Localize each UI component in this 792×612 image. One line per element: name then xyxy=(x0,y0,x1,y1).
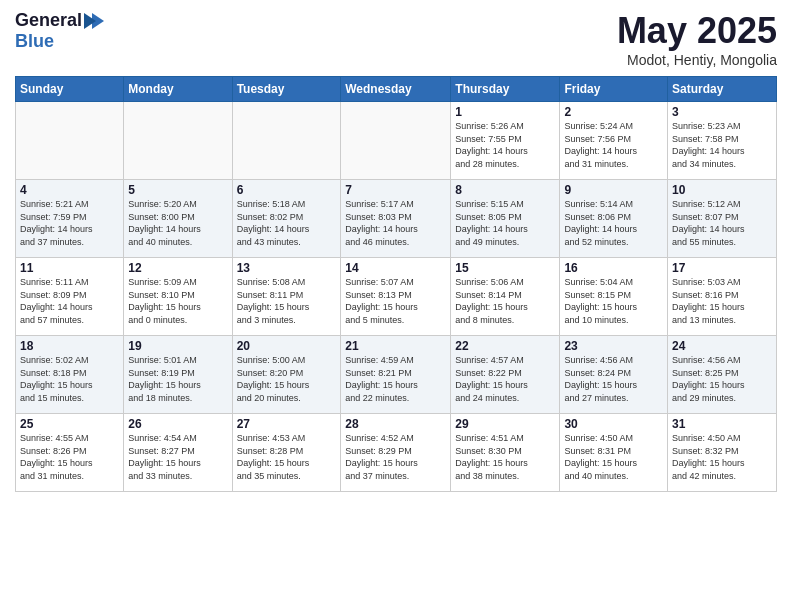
calendar-week-1: 1Sunrise: 5:26 AM Sunset: 7:55 PM Daylig… xyxy=(16,102,777,180)
day-info: Sunrise: 5:01 AM Sunset: 8:19 PM Dayligh… xyxy=(128,354,227,404)
day-info: Sunrise: 5:24 AM Sunset: 7:56 PM Dayligh… xyxy=(564,120,663,170)
day-number: 6 xyxy=(237,183,337,197)
table-cell: 16Sunrise: 5:04 AM Sunset: 8:15 PM Dayli… xyxy=(560,258,668,336)
table-cell: 12Sunrise: 5:09 AM Sunset: 8:10 PM Dayli… xyxy=(124,258,232,336)
table-cell: 2Sunrise: 5:24 AM Sunset: 7:56 PM Daylig… xyxy=(560,102,668,180)
day-info: Sunrise: 5:09 AM Sunset: 8:10 PM Dayligh… xyxy=(128,276,227,326)
day-info: Sunrise: 5:04 AM Sunset: 8:15 PM Dayligh… xyxy=(564,276,663,326)
location-subtitle: Modot, Hentiy, Mongolia xyxy=(617,52,777,68)
table-cell: 14Sunrise: 5:07 AM Sunset: 8:13 PM Dayli… xyxy=(341,258,451,336)
day-info: Sunrise: 4:54 AM Sunset: 8:27 PM Dayligh… xyxy=(128,432,227,482)
day-info: Sunrise: 5:15 AM Sunset: 8:05 PM Dayligh… xyxy=(455,198,555,248)
day-number: 7 xyxy=(345,183,446,197)
logo-text: General xyxy=(15,10,104,31)
month-year-title: May 2025 xyxy=(617,10,777,52)
day-number: 23 xyxy=(564,339,663,353)
day-info: Sunrise: 5:08 AM Sunset: 8:11 PM Dayligh… xyxy=(237,276,337,326)
table-cell: 26Sunrise: 4:54 AM Sunset: 8:27 PM Dayli… xyxy=(124,414,232,492)
table-cell: 1Sunrise: 5:26 AM Sunset: 7:55 PM Daylig… xyxy=(451,102,560,180)
day-info: Sunrise: 4:51 AM Sunset: 8:30 PM Dayligh… xyxy=(455,432,555,482)
day-info: Sunrise: 5:11 AM Sunset: 8:09 PM Dayligh… xyxy=(20,276,119,326)
table-cell: 20Sunrise: 5:00 AM Sunset: 8:20 PM Dayli… xyxy=(232,336,341,414)
logo-general: General xyxy=(15,10,82,31)
table-cell: 29Sunrise: 4:51 AM Sunset: 8:30 PM Dayli… xyxy=(451,414,560,492)
table-cell: 7Sunrise: 5:17 AM Sunset: 8:03 PM Daylig… xyxy=(341,180,451,258)
logo-icon xyxy=(84,13,104,29)
day-number: 2 xyxy=(564,105,663,119)
day-number: 31 xyxy=(672,417,772,431)
day-number: 9 xyxy=(564,183,663,197)
table-cell: 19Sunrise: 5:01 AM Sunset: 8:19 PM Dayli… xyxy=(124,336,232,414)
day-info: Sunrise: 5:14 AM Sunset: 8:06 PM Dayligh… xyxy=(564,198,663,248)
day-info: Sunrise: 4:50 AM Sunset: 8:32 PM Dayligh… xyxy=(672,432,772,482)
table-cell: 15Sunrise: 5:06 AM Sunset: 8:14 PM Dayli… xyxy=(451,258,560,336)
calendar-week-4: 18Sunrise: 5:02 AM Sunset: 8:18 PM Dayli… xyxy=(16,336,777,414)
day-number: 4 xyxy=(20,183,119,197)
day-number: 11 xyxy=(20,261,119,275)
table-cell: 21Sunrise: 4:59 AM Sunset: 8:21 PM Dayli… xyxy=(341,336,451,414)
day-info: Sunrise: 5:12 AM Sunset: 8:07 PM Dayligh… xyxy=(672,198,772,248)
day-info: Sunrise: 5:26 AM Sunset: 7:55 PM Dayligh… xyxy=(455,120,555,170)
day-info: Sunrise: 5:17 AM Sunset: 8:03 PM Dayligh… xyxy=(345,198,446,248)
table-cell: 9Sunrise: 5:14 AM Sunset: 8:06 PM Daylig… xyxy=(560,180,668,258)
day-number: 30 xyxy=(564,417,663,431)
col-thursday: Thursday xyxy=(451,77,560,102)
day-info: Sunrise: 4:52 AM Sunset: 8:29 PM Dayligh… xyxy=(345,432,446,482)
table-cell xyxy=(124,102,232,180)
day-number: 10 xyxy=(672,183,772,197)
table-cell xyxy=(232,102,341,180)
page-container: General Blue May 2025 Modot, Hentiy, Mon… xyxy=(0,0,792,502)
day-number: 5 xyxy=(128,183,227,197)
day-info: Sunrise: 5:00 AM Sunset: 8:20 PM Dayligh… xyxy=(237,354,337,404)
col-tuesday: Tuesday xyxy=(232,77,341,102)
table-cell: 28Sunrise: 4:52 AM Sunset: 8:29 PM Dayli… xyxy=(341,414,451,492)
day-number: 17 xyxy=(672,261,772,275)
day-number: 26 xyxy=(128,417,227,431)
calendar-table: Sunday Monday Tuesday Wednesday Thursday… xyxy=(15,76,777,492)
table-cell: 11Sunrise: 5:11 AM Sunset: 8:09 PM Dayli… xyxy=(16,258,124,336)
table-cell: 3Sunrise: 5:23 AM Sunset: 7:58 PM Daylig… xyxy=(668,102,777,180)
table-cell: 23Sunrise: 4:56 AM Sunset: 8:24 PM Dayli… xyxy=(560,336,668,414)
calendar-week-2: 4Sunrise: 5:21 AM Sunset: 7:59 PM Daylig… xyxy=(16,180,777,258)
table-cell: 6Sunrise: 5:18 AM Sunset: 8:02 PM Daylig… xyxy=(232,180,341,258)
day-number: 25 xyxy=(20,417,119,431)
day-info: Sunrise: 4:55 AM Sunset: 8:26 PM Dayligh… xyxy=(20,432,119,482)
day-info: Sunrise: 4:56 AM Sunset: 8:24 PM Dayligh… xyxy=(564,354,663,404)
day-info: Sunrise: 4:53 AM Sunset: 8:28 PM Dayligh… xyxy=(237,432,337,482)
day-number: 18 xyxy=(20,339,119,353)
day-number: 1 xyxy=(455,105,555,119)
col-friday: Friday xyxy=(560,77,668,102)
day-info: Sunrise: 5:21 AM Sunset: 7:59 PM Dayligh… xyxy=(20,198,119,248)
calendar-week-3: 11Sunrise: 5:11 AM Sunset: 8:09 PM Dayli… xyxy=(16,258,777,336)
day-number: 27 xyxy=(237,417,337,431)
day-info: Sunrise: 5:02 AM Sunset: 8:18 PM Dayligh… xyxy=(20,354,119,404)
day-number: 19 xyxy=(128,339,227,353)
col-monday: Monday xyxy=(124,77,232,102)
col-saturday: Saturday xyxy=(668,77,777,102)
day-info: Sunrise: 4:50 AM Sunset: 8:31 PM Dayligh… xyxy=(564,432,663,482)
day-number: 3 xyxy=(672,105,772,119)
day-info: Sunrise: 5:23 AM Sunset: 7:58 PM Dayligh… xyxy=(672,120,772,170)
table-cell: 22Sunrise: 4:57 AM Sunset: 8:22 PM Dayli… xyxy=(451,336,560,414)
calendar-week-5: 25Sunrise: 4:55 AM Sunset: 8:26 PM Dayli… xyxy=(16,414,777,492)
day-number: 24 xyxy=(672,339,772,353)
table-cell xyxy=(341,102,451,180)
day-number: 20 xyxy=(237,339,337,353)
table-cell: 31Sunrise: 4:50 AM Sunset: 8:32 PM Dayli… xyxy=(668,414,777,492)
day-number: 29 xyxy=(455,417,555,431)
day-number: 28 xyxy=(345,417,446,431)
day-info: Sunrise: 5:20 AM Sunset: 8:00 PM Dayligh… xyxy=(128,198,227,248)
day-number: 16 xyxy=(564,261,663,275)
table-cell: 24Sunrise: 4:56 AM Sunset: 8:25 PM Dayli… xyxy=(668,336,777,414)
table-cell: 13Sunrise: 5:08 AM Sunset: 8:11 PM Dayli… xyxy=(232,258,341,336)
logo: General Blue xyxy=(15,10,104,52)
table-cell: 25Sunrise: 4:55 AM Sunset: 8:26 PM Dayli… xyxy=(16,414,124,492)
day-info: Sunrise: 5:07 AM Sunset: 8:13 PM Dayligh… xyxy=(345,276,446,326)
day-number: 13 xyxy=(237,261,337,275)
day-info: Sunrise: 4:56 AM Sunset: 8:25 PM Dayligh… xyxy=(672,354,772,404)
col-sunday: Sunday xyxy=(16,77,124,102)
table-cell: 8Sunrise: 5:15 AM Sunset: 8:05 PM Daylig… xyxy=(451,180,560,258)
calendar-header-row: Sunday Monday Tuesday Wednesday Thursday… xyxy=(16,77,777,102)
day-number: 8 xyxy=(455,183,555,197)
day-number: 12 xyxy=(128,261,227,275)
